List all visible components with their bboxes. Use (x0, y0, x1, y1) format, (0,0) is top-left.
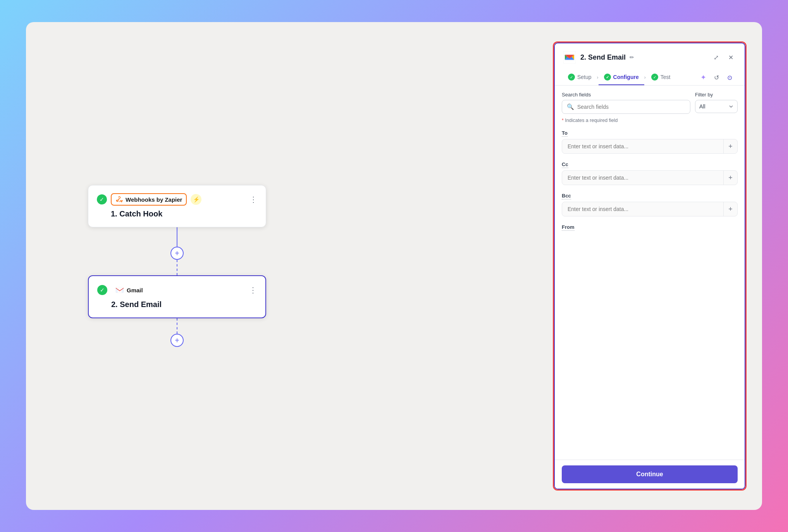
node-send-email[interactable]: ✓ (88, 275, 266, 318)
tab-test-label: Test (661, 74, 671, 80)
webhook-icon (115, 196, 123, 203)
tab-setup-label: Setup (577, 74, 592, 80)
search-icon-btn[interactable]: ⊙ (724, 72, 735, 83)
to-field-label: To (562, 130, 568, 137)
search-fields-input[interactable] (577, 104, 685, 110)
to-input[interactable] (562, 139, 723, 153)
panel-title: 2. Send Email (580, 53, 626, 62)
bcc-field-label: Bcc (562, 193, 571, 199)
test-check-icon: ✓ (651, 74, 658, 81)
to-insert-button[interactable]: + (723, 139, 737, 153)
search-row: Search fields 🔍 Filter by All Required O… (562, 92, 738, 114)
panel-tab-icons: ✦ ↺ ⊙ (697, 72, 737, 83)
search-input-wrap[interactable]: 🔍 (562, 100, 690, 114)
form-field-cc: Cc + (562, 161, 738, 185)
refresh-icon-btn[interactable]: ↺ (711, 72, 722, 83)
filter-by-label: Filter by (695, 92, 738, 98)
continue-button[interactable]: Continue (562, 465, 738, 483)
send-email-panel: 2. Send Email ✏ ⤢ ✕ ✓ Setup › (554, 43, 745, 489)
add-step-button-1[interactable]: + (170, 247, 184, 260)
form-field-to: To + (562, 129, 738, 154)
cc-insert-button[interactable]: + (723, 171, 737, 185)
gmail-icon (115, 285, 124, 295)
node1-title: 1. Catch Hook (97, 209, 257, 218)
connector-line-3 (177, 318, 177, 334)
tab-test[interactable]: ✓ Test (646, 70, 676, 85)
ai-icon-btn[interactable]: ✦ (697, 72, 709, 83)
tab-configure[interactable]: ✓ Configure (599, 70, 644, 85)
bcc-insert-button[interactable]: + (723, 202, 737, 216)
node1-check-icon: ✓ (97, 194, 107, 204)
add-step-button-2[interactable]: + (170, 334, 184, 347)
panel-edit-icon[interactable]: ✏ (630, 54, 634, 60)
setup-check-icon: ✓ (568, 74, 575, 81)
panel-wrapper: 2. Send Email ✏ ⤢ ✕ ✓ Setup › (553, 41, 747, 491)
node2-menu[interactable]: ⋮ (249, 285, 257, 295)
node1-flash-icon: ⚡ (191, 194, 201, 205)
panel-header: 2. Send Email ✏ ⤢ ✕ ✓ Setup › (555, 43, 745, 86)
panel-gmail-icon (563, 50, 576, 64)
node2-app-name: Gmail (127, 287, 143, 293)
panel-tabs: ✓ Setup › ✓ Configure › ✓ Test ✦ (563, 70, 737, 85)
tab-setup[interactable]: ✓ Setup (563, 70, 597, 85)
form-field-bcc: Bcc + (562, 192, 738, 216)
panel-footer: Continue (555, 460, 745, 489)
search-fields-label: Search fields (562, 92, 690, 98)
from-field-label: From (562, 224, 575, 231)
panel-body: Search fields 🔍 Filter by All Required O… (555, 86, 745, 460)
required-star: * (562, 118, 564, 123)
panel-title-left: 2. Send Email ✏ (563, 50, 634, 64)
node2-title: 2. Send Email (97, 300, 257, 309)
connector-line-2 (177, 260, 177, 275)
cc-input[interactable] (562, 171, 723, 185)
bcc-input[interactable] (562, 202, 723, 216)
expand-button[interactable]: ⤢ (710, 51, 722, 63)
main-container: ✓ Webhooks by Zapier ⚡ ⋮ 1. Catch Hook (26, 22, 762, 510)
node1-app-name: Webhooks by Zapier (126, 196, 182, 203)
form-field-from: From (562, 223, 738, 233)
bcc-input-wrap[interactable]: + (562, 202, 738, 216)
node2-app-badge: Gmail (111, 284, 147, 296)
connector-line-1 (177, 227, 177, 247)
filter-by-select[interactable]: All Required Optional (695, 100, 738, 113)
search-section: Search fields 🔍 (562, 92, 690, 114)
workflow-nodes: ✓ Webhooks by Zapier ⚡ ⋮ 1. Catch Hook (88, 185, 266, 347)
close-button[interactable]: ✕ (724, 51, 737, 63)
node2-check-icon: ✓ (97, 285, 107, 295)
required-note: * Indicates a required field (562, 118, 738, 123)
node1-menu[interactable]: ⋮ (249, 195, 257, 204)
configure-check-icon: ✓ (604, 74, 611, 81)
cc-field-label: Cc (562, 161, 568, 168)
cc-input-wrap[interactable]: + (562, 170, 738, 185)
search-magnify-icon: 🔍 (567, 103, 574, 110)
tab-configure-label: Configure (613, 74, 639, 80)
node-catch-hook[interactable]: ✓ Webhooks by Zapier ⚡ ⋮ 1. Catch Hook (88, 185, 266, 227)
node1-app-badge[interactable]: Webhooks by Zapier (111, 193, 187, 206)
required-note-text: Indicates a required field (565, 118, 618, 123)
filter-section: Filter by All Required Optional (695, 92, 738, 114)
to-input-wrap[interactable]: + (562, 139, 738, 154)
panel-header-icons: ⤢ ✕ (710, 51, 737, 63)
